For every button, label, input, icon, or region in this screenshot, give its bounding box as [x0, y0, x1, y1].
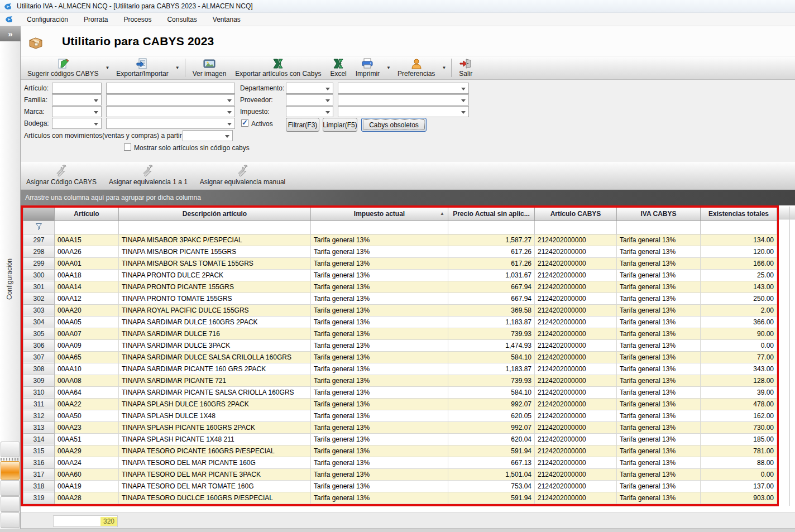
exit-button[interactable]: Salir: [454, 56, 477, 79]
cabys-obsoletos-button[interactable]: Cabys obsoletos: [361, 118, 427, 132]
row-number[interactable]: 319: [23, 492, 55, 504]
table-cell[interactable]: 478.00: [701, 398, 777, 410]
table-cell[interactable]: Tarifa general 13%: [311, 386, 448, 398]
row-number[interactable]: 303: [23, 304, 55, 316]
row-number[interactable]: 309: [23, 375, 55, 386]
table-cell[interactable]: TINAPA MISABOR PICANTE 155GRS: [119, 246, 311, 257]
table-cell[interactable]: Tarifa general 13%: [617, 480, 701, 492]
table-cell[interactable]: 1,031.67: [448, 269, 535, 281]
table-cell[interactable]: 1,183.87: [448, 316, 535, 328]
table-cell[interactable]: TINAPA SARDIMAR DULCE 3PACK: [119, 339, 311, 351]
asignar-equivalencia-1a1-button[interactable]: Asignar equivalencia 1 a 1: [106, 163, 191, 187]
table-cell[interactable]: Tarifa general 13%: [311, 468, 448, 480]
export-import-button[interactable]: Exportar/Importar: [112, 56, 173, 79]
table-cell[interactable]: 2124202000000: [535, 421, 617, 433]
filter-row-cell[interactable]: [55, 221, 119, 234]
menu-item-procesos[interactable]: Procesos: [116, 14, 159, 25]
table-cell[interactable]: 2124202000000: [535, 328, 617, 339]
table-row[interactable]: 31400AA51TINAPA SPLASH PICANTE 1X48 211T…: [23, 433, 777, 445]
limpiar-button[interactable]: Limpiar(F5): [323, 118, 357, 132]
dock-handle[interactable]: [1, 458, 20, 461]
menu-item-configuracion[interactable]: Configuración: [19, 14, 76, 25]
table-cell[interactable]: Tarifa general 13%: [617, 363, 701, 375]
table-cell[interactable]: 1,587.27: [448, 234, 535, 246]
row-number[interactable]: 314: [23, 433, 55, 445]
table-row[interactable]: 31000AA64TINAPA SARDIMAR PICANTE SALSA C…: [23, 386, 777, 398]
filter-row-cell[interactable]: [701, 221, 777, 234]
column-header-art-culo[interactable]: Artículo: [55, 208, 119, 221]
table-cell[interactable]: 77.00: [701, 351, 777, 363]
sidebar-expand-button[interactable]: »: [0, 26, 21, 41]
table-cell[interactable]: 2124202000000: [535, 468, 617, 480]
table-cell[interactable]: Tarifa general 13%: [617, 468, 701, 480]
table-cell[interactable]: Tarifa general 13%: [617, 234, 701, 246]
table-cell[interactable]: 2124202000000: [535, 433, 617, 445]
table-cell[interactable]: 620.05: [448, 410, 535, 421]
table-cell[interactable]: TINAPA SPLASH DULCE 160GRS 2PACK: [119, 398, 311, 410]
table-cell[interactable]: Tarifa general 13%: [617, 304, 701, 316]
dock-cell-active[interactable]: [1, 461, 20, 480]
table-cell[interactable]: 903.00: [701, 492, 777, 504]
table-cell[interactable]: 162.00: [701, 410, 777, 421]
table-cell[interactable]: 2124202000000: [535, 492, 617, 504]
table-cell[interactable]: 00AA01: [55, 257, 119, 269]
row-number[interactable]: 305: [23, 328, 55, 339]
table-cell[interactable]: 250.00: [701, 293, 777, 304]
table-row[interactable]: 30000AA18TINAPA PRONTO DULCE 2PACKTarifa…: [23, 269, 777, 281]
table-cell[interactable]: 120.00: [701, 246, 777, 257]
suggest-cabys-dropdown-arrow[interactable]: ▼: [103, 56, 112, 79]
table-cell[interactable]: 667.13: [448, 457, 535, 468]
column-header-art-culo-cabys[interactable]: Artículo CABYS: [535, 208, 617, 221]
row-number[interactable]: 315: [23, 445, 55, 457]
table-cell[interactable]: TINAPA TESORO DEL MAR TOMATE 160G: [119, 480, 311, 492]
table-cell[interactable]: 2124202000000: [535, 269, 617, 281]
preferences-dropdown-arrow[interactable]: ▼: [439, 56, 448, 79]
table-cell[interactable]: 00AA14: [55, 281, 119, 293]
mdi-child-icon[interactable]: [5, 16, 13, 23]
menu-item-consultas[interactable]: Consultas: [159, 14, 204, 25]
table-cell[interactable]: 00AA50: [55, 410, 119, 421]
table-cell[interactable]: 366.00: [701, 316, 777, 328]
table-cell[interactable]: 00AA07: [55, 328, 119, 339]
row-number[interactable]: 318: [23, 480, 55, 492]
table-cell[interactable]: Tarifa general 13%: [311, 293, 448, 304]
table-cell[interactable]: TINAPA PRONTO PICANTE 155GRS: [119, 281, 311, 293]
table-cell[interactable]: 185.00: [701, 433, 777, 445]
bodega-code-select[interactable]: [52, 118, 102, 129]
table-row[interactable]: 30900AA08TINAPA SARDIMAR PICANTE 721Tari…: [23, 375, 777, 386]
table-cell[interactable]: TINAPA TESORO DUCLCE 160GRS P/ESPECIAL: [119, 492, 311, 504]
table-cell[interactable]: Tarifa general 13%: [311, 234, 448, 246]
familia-name-select[interactable]: [106, 94, 235, 106]
table-row[interactable]: 31700AA60TINAPA TESORO DEL MAR PICANTE 3…: [23, 468, 777, 480]
column-header-precio-actual-sin-aplic-[interactable]: Precio Actual sin aplic...: [448, 208, 535, 221]
table-cell[interactable]: TINAPA SARDIMAR DULCE 716: [119, 328, 311, 339]
asignar-equivalencia-manual-button[interactable]: Asignar equivalencia manual: [197, 163, 289, 187]
row-number[interactable]: 316: [23, 457, 55, 468]
print-dropdown-arrow[interactable]: ▼: [384, 56, 393, 79]
table-cell[interactable]: 00AA08: [55, 375, 119, 386]
filter-row-cell[interactable]: [617, 221, 701, 234]
marca-code-select[interactable]: [52, 106, 102, 117]
table-cell[interactable]: 00AA51: [55, 433, 119, 445]
table-cell[interactable]: 00AA12: [55, 293, 119, 304]
table-cell[interactable]: TINAPA TESORO DEL MAR PICANTE 160G: [119, 457, 311, 468]
table-row[interactable]: 31200AA50TINAPA SPLASH DULCE 1X48Tarifa …: [23, 410, 777, 421]
departamento-code-select[interactable]: [286, 83, 333, 94]
table-row[interactable]: 31300AA23TINAPA SPLASH PICANTE 160GRS 2P…: [23, 421, 777, 433]
table-cell[interactable]: 00AA20: [55, 304, 119, 316]
table-cell[interactable]: 25.00: [701, 269, 777, 281]
table-cell[interactable]: Tarifa general 13%: [311, 316, 448, 328]
asignar-codigo-cabys-button[interactable]: Asignar Código CABYS: [23, 163, 100, 187]
table-cell[interactable]: 753.04: [448, 480, 535, 492]
table-cell[interactable]: 2124202000000: [535, 281, 617, 293]
row-number[interactable]: 313: [23, 421, 55, 433]
table-cell[interactable]: TINAPA SARDIMAR PICANTE SALSA CRIOLLA 16…: [119, 386, 311, 398]
departamento-name-select[interactable]: [338, 83, 469, 94]
table-cell[interactable]: 2124202000000: [535, 339, 617, 351]
table-row[interactable]: 30300AA20TINAPA ROYAL PACIFIC DULCE 155G…: [23, 304, 777, 316]
table-cell[interactable]: 739.93: [448, 375, 535, 386]
proveedor-code-select[interactable]: [286, 94, 333, 106]
table-cell[interactable]: 369.58: [448, 304, 535, 316]
table-cell[interactable]: 1,183.87: [448, 363, 535, 375]
table-cell[interactable]: 00AA09: [55, 339, 119, 351]
